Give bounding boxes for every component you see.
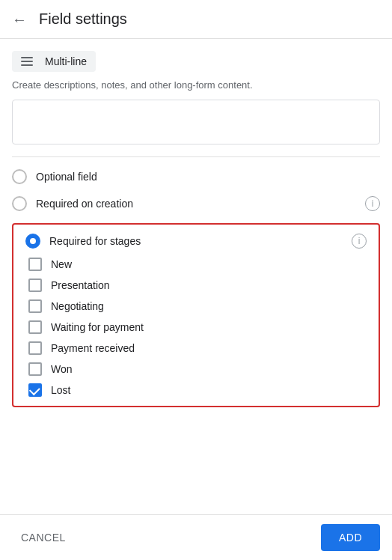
stage-checkbox-negotiating[interactable] <box>28 299 42 313</box>
stage-checkbox-lost[interactable] <box>28 383 42 397</box>
required-stages-label: Required for stages <box>49 235 352 247</box>
stage-item-new[interactable]: New <box>28 258 367 271</box>
stages-header[interactable]: Required for stages i <box>25 234 367 249</box>
text-area-preview[interactable] <box>12 100 380 144</box>
cancel-button[interactable]: CANCEL <box>12 526 75 550</box>
divider <box>12 156 380 157</box>
stage-label-payment-received: Payment received <box>51 342 135 354</box>
required-creation-radio[interactable] <box>12 196 27 211</box>
stage-label-waiting-payment: Waiting for payment <box>51 321 144 333</box>
footer: CANCEL ADD <box>0 514 392 560</box>
stage-checkbox-payment-received[interactable] <box>28 341 42 355</box>
stage-label-lost: Lost <box>51 384 70 396</box>
stage-item-negotiating[interactable]: Negotiating <box>28 299 367 313</box>
stage-item-waiting-payment[interactable]: Waiting for payment <box>28 320 367 334</box>
optional-field-label: Optional field <box>36 171 380 183</box>
page-title: Field settings <box>39 10 127 28</box>
stage-item-won[interactable]: Won <box>28 362 367 376</box>
field-type-label: Multi-line <box>45 55 87 67</box>
stage-checkbox-won[interactable] <box>28 362 42 376</box>
add-button[interactable]: ADD <box>321 524 380 551</box>
stage-item-presentation[interactable]: Presentation <box>28 279 367 292</box>
content-area: Multi-line Create descriptions, notes, a… <box>0 39 392 425</box>
optional-field-radio[interactable] <box>12 169 27 184</box>
stage-label-presentation: Presentation <box>51 279 110 291</box>
required-stages-radio[interactable] <box>25 234 40 249</box>
stages-list: New Presentation Negotiating Waiting for… <box>25 258 367 397</box>
field-type-description: Create descriptions, notes, and other lo… <box>12 79 380 91</box>
stage-checkbox-new[interactable] <box>28 258 42 271</box>
stage-checkbox-presentation[interactable] <box>28 279 42 292</box>
stage-checkbox-waiting-payment[interactable] <box>28 320 42 334</box>
stage-label-negotiating: Negotiating <box>51 300 104 312</box>
field-type-row: Multi-line <box>12 51 380 72</box>
required-stages-info-icon[interactable]: i <box>352 234 367 249</box>
stage-label-new: New <box>51 258 72 270</box>
required-creation-info-icon[interactable]: i <box>365 196 380 211</box>
optional-field-option[interactable]: Optional field <box>12 169 380 184</box>
required-for-stages-section: Required for stages i New Presentation N… <box>12 223 380 407</box>
back-button[interactable]: ← <box>12 12 27 27</box>
header: ← Field settings <box>0 0 392 39</box>
required-creation-option[interactable]: Required on creation i <box>12 196 380 211</box>
stage-label-won: Won <box>51 363 73 375</box>
stage-item-payment-received[interactable]: Payment received <box>28 341 367 355</box>
field-type-badge[interactable]: Multi-line <box>12 51 96 72</box>
stage-item-lost[interactable]: Lost <box>28 383 367 397</box>
multiline-icon <box>21 57 33 66</box>
required-creation-label: Required on creation <box>36 198 365 210</box>
